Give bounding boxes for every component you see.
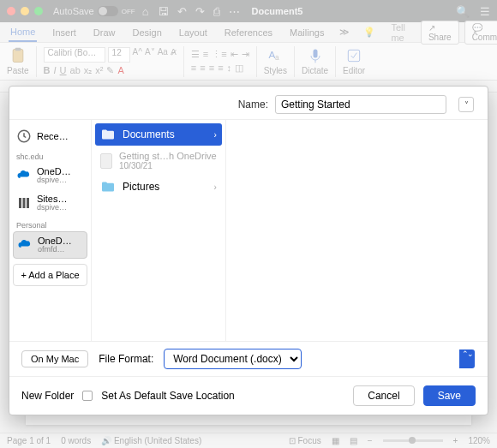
new-folder-button[interactable]: New Folder [21,390,74,402]
document-icon [100,153,112,169]
onedrive-icon [17,237,33,253]
save-dialog: Name: ˅ Rece… shc.edu OneD…dspive… Sites… [9,86,488,415]
name-label: Name: [238,99,268,111]
sidebar-recent[interactable]: Rece… [13,125,87,147]
default-location-label: Set As Default Save Location [101,390,234,402]
svg-rect-9 [23,198,26,208]
browser-column-1: Documents › Getting st…h OneDrive 10/30/… [92,120,226,341]
folder-icon [100,181,116,193]
svg-rect-8 [19,198,21,208]
sidebar-group-personal: Personal [13,218,87,230]
cancel-button[interactable]: Cancel [353,385,414,406]
default-location-checkbox[interactable] [82,391,93,401]
svg-rect-10 [27,198,29,208]
sidebar-sites[interactable]: Sites…dspive… [13,190,87,216]
save-button[interactable]: Save [423,385,476,406]
file-format-select[interactable]: Word Document (.docx) [164,349,476,369]
file-getting-started[interactable]: Getting st…h OneDrive 10/30/21 [92,146,225,176]
location-sidebar: Rece… shc.edu OneD…dspive… Sites…dspive…… [9,120,92,341]
sidebar-onedrive-work[interactable]: OneD…dspive… [13,163,87,188]
sidebar-onedrive-personal[interactable]: OneD…ofmfd… [13,231,87,259]
browser-column-2 [226,120,488,341]
folder-pictures[interactable]: Pictures › [92,176,225,198]
onedrive-icon [16,168,32,183]
file-format-label: File Format: [99,353,153,365]
sidebar-group-shc: shc.edu [13,149,87,161]
expand-dialog-button[interactable]: ˅ [458,97,474,112]
filename-input[interactable] [275,95,446,114]
on-my-mac-button[interactable]: On My Mac [21,350,88,367]
folder-icon [100,128,116,140]
chevron-right-icon: › [213,182,216,192]
folder-documents[interactable]: Documents › [95,123,222,146]
sites-icon [16,195,32,211]
clock-icon [16,128,32,144]
chevron-right-icon: › [213,130,216,140]
add-place-button[interactable]: + Add a Place [13,264,87,286]
